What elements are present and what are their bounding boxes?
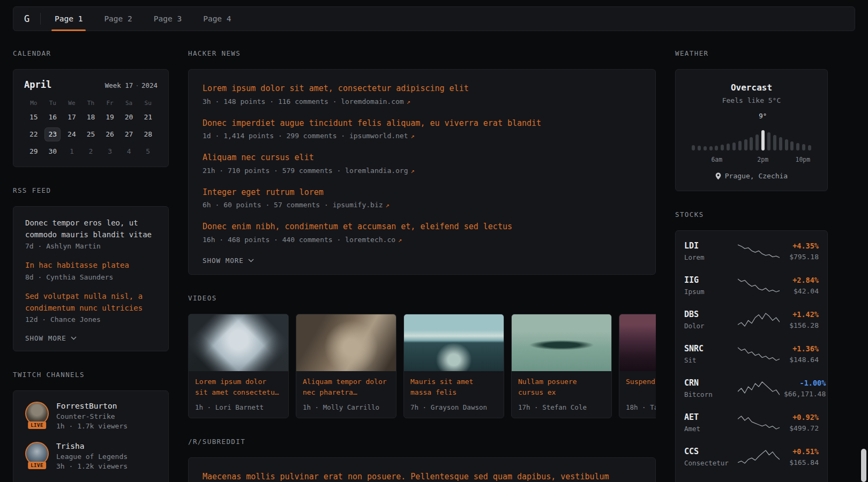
hn-story-domain[interactable]: ipsumworld.net: [349, 132, 408, 140]
channel-name[interactable]: ForrestBurton: [56, 402, 128, 410]
channel-game: Counter-Strike: [56, 412, 128, 420]
hn-show-more-button[interactable]: SHOW MORE: [203, 257, 254, 265]
stock-ticker: AET: [684, 412, 734, 422]
videos-section: Videos Lorem ipsum dolor sit amet consec…: [188, 294, 656, 418]
stock-change: +1.42%: [784, 310, 819, 319]
calendar-week-year: Week 17·2024: [105, 81, 158, 89]
rss-item-title[interactable]: Sed volutpat nulla nisl, a condimentum n…: [25, 291, 156, 314]
video-title[interactable]: Nullam posuere cursus ex: [518, 376, 605, 398]
stock-price: $165.84: [784, 458, 819, 466]
video-card-body: Suspendisse diam 18h · Tara: [619, 371, 656, 418]
map-pin-icon: [715, 172, 721, 180]
video-title[interactable]: Mauris sit amet massa felis: [410, 376, 497, 398]
video-card[interactable]: Mauris sit amet massa felis 7h · Grayson…: [403, 314, 504, 418]
weekday-label: Su: [138, 100, 158, 107]
stock-name: Lorem: [684, 253, 734, 261]
tab-page-4[interactable]: Page 4: [192, 7, 242, 31]
video-thumbnail[interactable]: [189, 314, 288, 371]
stock-ticker: IIG: [684, 275, 734, 285]
external-link-icon: ↗: [411, 132, 415, 140]
reddit-post-title[interactable]: Maecenas mollis pulvinar erat non posuer…: [203, 471, 641, 482]
hn-story-title[interactable]: Donec enim nibh, condimentum et accumsan…: [203, 221, 641, 233]
calendar-day: 18: [83, 111, 98, 124]
rss-item[interactable]: Donec tempor eros leo, ut commodo mauris…: [25, 217, 156, 250]
stock-ticker: DBS: [684, 310, 734, 319]
rss-show-more-button[interactable]: SHOW MORE: [25, 334, 77, 342]
calendar-day: 26: [102, 128, 117, 141]
stock-row[interactable]: LDI Lorem +4.35% $795.18: [684, 234, 819, 268]
calendar-day: 21: [140, 111, 155, 124]
channel-meta: 1h · 1.7k viewers: [56, 422, 128, 430]
calendar-week: Week 17: [105, 81, 133, 89]
hn-story-title[interactable]: Integer eget rutrum lorem: [203, 186, 641, 199]
channel-game: League of Legends: [56, 453, 128, 461]
tab-page-1[interactable]: Page 1: [44, 7, 93, 31]
video-card-body: Aliquam tempor dolor nec pharetra… 1h · …: [296, 371, 396, 418]
weather-section: Weather Overcast Feels like 5°C 9° 6am 2…: [675, 49, 828, 191]
stock-id: LDI Lorem: [684, 241, 734, 261]
reddit-post[interactable]: Maecenas mollis pulvinar erat non posuer…: [203, 471, 641, 482]
app-logo[interactable]: G: [13, 13, 40, 24]
video-title[interactable]: Aliquam tempor dolor nec pharetra…: [303, 376, 390, 398]
video-card[interactable]: Lorem ipsum dolor sit amet consectetu… 1…: [188, 314, 289, 418]
hn-story-domain[interactable]: loremtech.co: [345, 236, 395, 244]
time-label: 6am: [711, 156, 722, 163]
live-badge: LIVE: [28, 462, 46, 469]
stock-price: $795.18: [784, 253, 819, 261]
calendar-day: 4: [122, 145, 137, 158]
hn-story[interactable]: Lorem ipsum dolor sit amet, consectetur …: [203, 82, 641, 106]
hn-story-title[interactable]: Lorem ipsum dolor sit amet, consectetur …: [203, 82, 641, 95]
stock-row[interactable]: CCS Consectetur +0.51% $165.84: [684, 440, 819, 474]
calendar-day: 19: [102, 111, 117, 124]
subreddit-section-title: /r/subreddit: [188, 438, 656, 446]
tab-page-3[interactable]: Page 3: [143, 7, 192, 31]
rss-item-title[interactable]: In hac habitasse platea: [25, 260, 156, 272]
hn-story-domain[interactable]: loremlandia.org: [345, 167, 408, 175]
stock-id: CCS Consectetur: [684, 447, 734, 467]
hn-meta-text: 1d · 1,414 points · 299 comments ·: [203, 132, 345, 140]
hn-story[interactable]: Donec imperdiet augue tincidunt felis al…: [203, 117, 641, 140]
video-thumbnail[interactable]: [512, 314, 611, 371]
channel-name[interactable]: Trisha: [56, 442, 128, 450]
calendar-day: 16: [45, 111, 60, 124]
twitch-channel-row[interactable]: LIVE Trisha League of Legends 3h · 1.2k …: [25, 442, 156, 470]
stock-price: $156.28: [784, 321, 819, 329]
video-card[interactable]: Nullam posuere cursus ex 17h · Stefan Co…: [511, 314, 612, 418]
stock-values: +1.42% $156.28: [784, 310, 819, 329]
hackernews-section: Hacker News Lorem ipsum dolor sit amet, …: [188, 49, 656, 275]
video-title[interactable]: Lorem ipsum dolor sit amet consectetu…: [195, 376, 282, 398]
video-card[interactable]: Suspendisse diam 18h · Tara: [619, 314, 656, 418]
calendar-day: 5: [140, 145, 155, 158]
video-thumbnail[interactable]: [296, 314, 396, 371]
video-thumbnail[interactable]: [619, 314, 656, 371]
stock-sparkline: [738, 346, 780, 362]
hn-story-domain[interactable]: ipsumify.biz: [333, 201, 383, 209]
hn-story[interactable]: Integer eget rutrum lorem 6h · 60 points…: [203, 186, 641, 209]
stock-price: $148.64: [784, 356, 819, 364]
stock-row[interactable]: AET Amet +0.92% $499.72: [684, 405, 819, 440]
calendar-grid: Mo Tu We Th Fr Sa Su 15 16 17 18 19 20 2…: [24, 100, 158, 158]
stock-row[interactable]: SNRC Sit +1.36% $148.64: [684, 337, 819, 371]
twitch-channel-row[interactable]: LIVE ForrestBurton Counter-Strike 1h · 1…: [25, 402, 156, 430]
tab-page-2[interactable]: Page 2: [93, 7, 143, 31]
hn-story[interactable]: Aliquam nec cursus elit 21h · 710 points…: [203, 152, 641, 175]
hn-story[interactable]: Donec enim nibh, condimentum et accumsan…: [203, 221, 641, 244]
video-title[interactable]: Suspendisse diam: [626, 376, 656, 398]
stock-row[interactable]: DBS Dolor +1.42% $156.28: [684, 303, 819, 337]
stock-sparkline: [738, 415, 780, 431]
rss-item[interactable]: Sed volutpat nulla nisl, a condimentum n…: [25, 291, 156, 323]
show-more-label: SHOW MORE: [203, 257, 244, 265]
scrollbar-thumb[interactable]: [861, 449, 866, 482]
video-thumbnail[interactable]: [404, 314, 504, 371]
stock-row[interactable]: CRN Bitcorn -1.00% $66,171.48: [684, 371, 819, 405]
stock-change: +2.84%: [784, 276, 819, 284]
video-card[interactable]: Aliquam tempor dolor nec pharetra… 1h · …: [296, 314, 396, 418]
rss-item-title[interactable]: Donec tempor eros leo, ut commodo mauris…: [25, 217, 156, 240]
rss-item[interactable]: In hac habitasse platea 8d · Cynthia Sau…: [25, 260, 156, 281]
hn-story-title[interactable]: Donec imperdiet augue tincidunt felis al…: [203, 117, 641, 130]
hn-story-domain[interactable]: loremdomain.com: [341, 97, 403, 106]
stock-row[interactable]: IIG Ipsum +2.84% $42.04: [684, 268, 819, 303]
hn-story-title[interactable]: Aliquam nec cursus elit: [203, 152, 641, 164]
stock-row[interactable]: AHS +0.46%: [684, 474, 819, 482]
channel-info: ForrestBurton Counter-Strike 1h · 1.7k v…: [56, 402, 128, 430]
